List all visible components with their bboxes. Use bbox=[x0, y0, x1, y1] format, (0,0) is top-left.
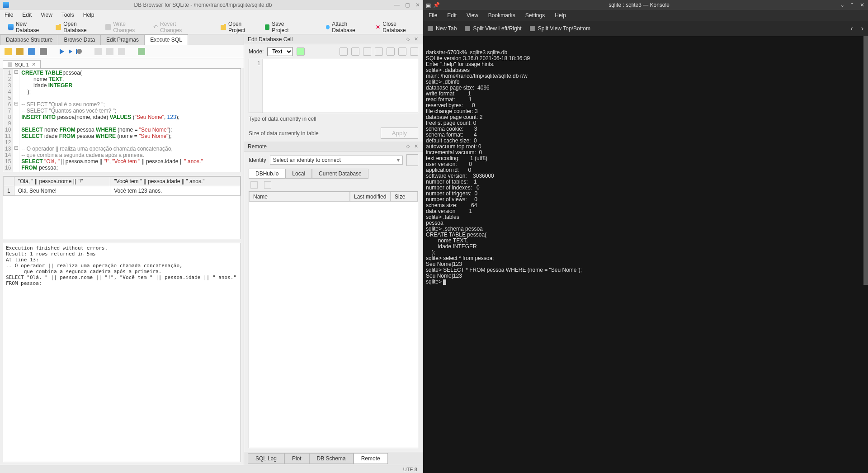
close-icon[interactable]: ✕ bbox=[415, 2, 420, 8]
tab-db-structure[interactable]: Database Structure bbox=[0, 34, 58, 45]
new-tab-button[interactable]: New Tab bbox=[428, 25, 457, 32]
remote-header: Remote ◇ ✕ bbox=[244, 142, 423, 151]
null-icon[interactable] bbox=[387, 47, 395, 56]
result-col-1[interactable]: "Olá, " || pessoa.nome || "!" bbox=[14, 177, 110, 186]
remote-tab-local[interactable]: Local bbox=[285, 169, 312, 179]
result-col-2[interactable]: "Você tem " || pessoa.idade || " anos." bbox=[110, 177, 241, 186]
kmenu-edit[interactable]: Edit bbox=[447, 12, 457, 19]
btab-remote[interactable]: Remote bbox=[354, 453, 388, 464]
copy-icon[interactable] bbox=[363, 47, 371, 56]
kmenu-file[interactable]: File bbox=[429, 12, 437, 19]
sql-panel: Database Structure Browse Data Edit Prag… bbox=[0, 34, 244, 465]
stop-icon[interactable] bbox=[77, 49, 82, 54]
detach-icon[interactable]: ◇ bbox=[405, 36, 411, 43]
open-project-button[interactable]: Open Project bbox=[217, 19, 259, 35]
find-icon[interactable] bbox=[106, 48, 113, 55]
konsole-minimize-icon[interactable]: ⌄ bbox=[839, 2, 845, 8]
cell-type-label: Type of data currently in cell bbox=[249, 116, 316, 122]
btab-sqllog[interactable]: SQL Log bbox=[248, 453, 284, 464]
close-remote-icon[interactable]: ✕ bbox=[413, 143, 419, 150]
run-icon[interactable] bbox=[60, 49, 64, 54]
menu-view[interactable]: View bbox=[41, 12, 52, 18]
save-sql-icon[interactable] bbox=[28, 48, 35, 55]
konsole-window: ▣ 📌 sqlite : sqlite3 — Konsole ⌄ ⌃ ✕ Fil… bbox=[423, 0, 868, 473]
sql-file-tab[interactable]: SQL 1✕ bbox=[3, 60, 41, 68]
btab-dbschema[interactable]: DB Schema bbox=[309, 453, 354, 464]
print-cell-icon[interactable] bbox=[410, 47, 418, 56]
open-database-button[interactable]: Open Database bbox=[52, 19, 99, 35]
remote-tab-dbhub[interactable]: DBHub.io bbox=[249, 169, 285, 179]
import-icon[interactable] bbox=[340, 47, 348, 56]
save-results-icon[interactable] bbox=[94, 48, 102, 55]
attach-database-button[interactable]: Attach Database bbox=[322, 19, 370, 35]
next-tab-icon[interactable]: › bbox=[861, 24, 863, 33]
main-toolbar: New Database Open Database Write Changes… bbox=[0, 20, 423, 34]
identity-select[interactable]: Select an identity to connect ▾ bbox=[270, 156, 403, 165]
konsole-app-icon: ▣ bbox=[426, 2, 431, 8]
kmenu-settings[interactable]: Settings bbox=[525, 12, 545, 19]
sql-toolbar bbox=[0, 45, 244, 58]
menu-help[interactable]: Help bbox=[83, 12, 94, 18]
dbbrowser-titlebar[interactable]: DB Browser for SQLite - /home/franco/tmp… bbox=[0, 0, 423, 10]
execution-log[interactable]: Execution finished without errors. Resul… bbox=[3, 243, 241, 462]
app-icon bbox=[3, 2, 9, 8]
format-icon[interactable] bbox=[398, 47, 406, 56]
new-database-button[interactable]: New Database bbox=[5, 19, 49, 35]
paste-icon[interactable] bbox=[375, 47, 383, 56]
tab-browse-data[interactable]: Browse Data bbox=[58, 34, 101, 45]
bottom-tabs: SQL Log Plot DB Schema Remote bbox=[244, 452, 423, 465]
menu-tools[interactable]: Tools bbox=[61, 12, 74, 18]
refresh-icon[interactable] bbox=[297, 47, 305, 56]
remote-table[interactable]: Name Last modified Size bbox=[249, 191, 418, 448]
menubar: File Edit View Tools Help bbox=[0, 10, 423, 20]
minimize-icon[interactable]: — bbox=[394, 2, 400, 8]
table-row[interactable]: 1 Olá, Seu Nome! Você tem 123 anos. bbox=[4, 186, 241, 196]
remote-clone-icon[interactable] bbox=[264, 181, 271, 189]
menu-file[interactable]: File bbox=[5, 12, 13, 18]
split-tb-button[interactable]: Split View Top/Bottom bbox=[530, 25, 590, 32]
status-bar: UTF-8 bbox=[0, 465, 423, 473]
find-replace-icon[interactable] bbox=[118, 48, 125, 55]
new-sql-icon[interactable] bbox=[5, 48, 12, 55]
konsole-close-icon[interactable]: ✕ bbox=[859, 2, 865, 8]
results-table[interactable]: "Olá, " || pessoa.nome || "!" "Você tem … bbox=[3, 176, 241, 239]
kmenu-help[interactable]: Help bbox=[555, 12, 566, 19]
kmenu-view[interactable]: View bbox=[467, 12, 478, 19]
open-sql-icon[interactable] bbox=[16, 48, 24, 55]
konsole-maximize-icon[interactable]: ⌃ bbox=[849, 2, 855, 8]
tab-edit-pragmas[interactable]: Edit Pragmas bbox=[100, 34, 145, 45]
close-panel-icon[interactable]: ✕ bbox=[413, 36, 419, 43]
terminal-scrollbar[interactable] bbox=[863, 36, 868, 473]
save-project-button[interactable]: Save Project bbox=[261, 19, 302, 35]
detach-remote-icon[interactable]: ◇ bbox=[405, 143, 411, 150]
konsole-titlebar[interactable]: ▣ 📌 sqlite : sqlite3 — Konsole ⌄ ⌃ ✕ bbox=[423, 0, 868, 10]
dbbrowser-window: DB Browser for SQLite - /home/franco/tmp… bbox=[0, 0, 423, 473]
revert-changes-button[interactable]: ↶Revert Changes bbox=[150, 19, 196, 35]
terminal[interactable]: darkstar-6700k% sqlite3 sqlite.dbSQLite … bbox=[423, 36, 868, 473]
btab-plot[interactable]: Plot bbox=[284, 453, 309, 464]
sql-editor[interactable]: 1234567891011121314151617 ⊟⊟⊟ CREATE TAB… bbox=[3, 68, 241, 172]
write-changes-button[interactable]: Write Changes bbox=[102, 19, 147, 35]
remote-tab-current[interactable]: Current Database bbox=[312, 169, 368, 179]
run-line-icon[interactable] bbox=[69, 49, 72, 54]
split-lr-button[interactable]: Split View Left/Right bbox=[465, 25, 521, 32]
indent-icon[interactable] bbox=[138, 48, 145, 55]
pin-icon[interactable]: 📌 bbox=[433, 2, 440, 8]
connect-icon[interactable] bbox=[406, 154, 418, 166]
cell-editor[interactable]: 1 bbox=[249, 59, 418, 113]
kmenu-bookmarks[interactable]: Bookmarks bbox=[488, 12, 515, 19]
maximize-icon[interactable]: ▢ bbox=[405, 2, 410, 8]
export-icon[interactable] bbox=[351, 47, 359, 56]
menu-edit[interactable]: Edit bbox=[22, 12, 32, 18]
tab-execute-sql[interactable]: Execute SQL bbox=[144, 34, 188, 45]
print-sql-icon[interactable] bbox=[40, 48, 47, 55]
close-database-button[interactable]: ✕Close Database bbox=[372, 19, 418, 35]
apply-button[interactable]: Apply bbox=[381, 128, 418, 139]
konsole-toolbar: New Tab Split View Left/Right Split View… bbox=[423, 21, 868, 36]
prev-tab-icon[interactable]: ‹ bbox=[850, 24, 853, 33]
edit-cell-header: Edit Database Cell ◇ ✕ bbox=[244, 34, 423, 44]
remote-refresh-icon[interactable] bbox=[250, 181, 258, 189]
mode-select[interactable]: Text bbox=[267, 47, 293, 56]
edit-cell-toolbar: Mode: Text bbox=[244, 44, 423, 59]
close-sql-tab-icon[interactable]: ✕ bbox=[32, 61, 36, 67]
